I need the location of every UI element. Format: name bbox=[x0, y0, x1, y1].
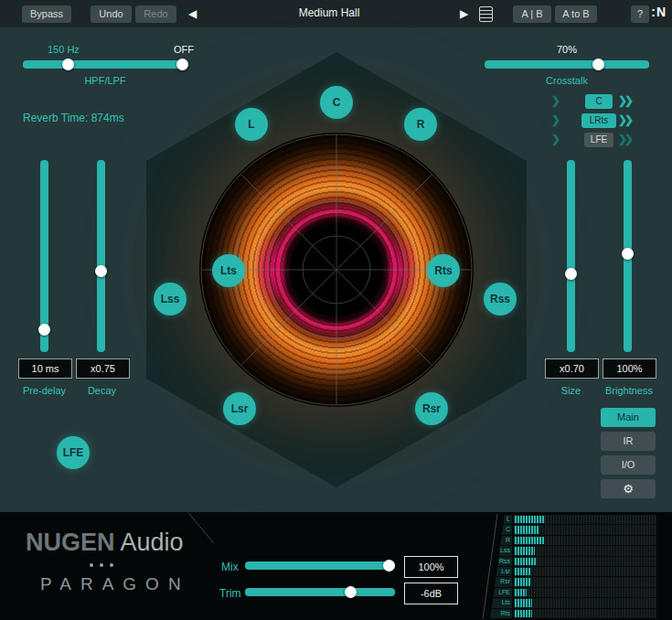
routing-in-chevron-icon[interactable]: ❯ bbox=[551, 133, 558, 145]
channel-node-rss[interactable]: Rss bbox=[484, 283, 517, 315]
decay-handle[interactable] bbox=[95, 265, 107, 277]
channel-node-lss[interactable]: Lss bbox=[154, 283, 187, 315]
hpf-lpf-slider[interactable] bbox=[23, 60, 187, 69]
meter-bar bbox=[514, 515, 656, 524]
help-button[interactable]: ? bbox=[631, 5, 649, 23]
routing-lrts-button[interactable]: LRts bbox=[581, 113, 616, 128]
meter-label: LFE bbox=[490, 588, 512, 597]
redo-button[interactable]: Redo bbox=[135, 5, 176, 23]
output-meters: L C R Lss Rss Lsr Rsr LFE Lts Rts bbox=[490, 515, 656, 618]
meter-row: Rsr bbox=[490, 577, 656, 586]
brightness-handle[interactable] bbox=[622, 248, 634, 260]
brightness-value[interactable]: 100% bbox=[603, 358, 656, 379]
settings-gear-icon[interactable]: ⚙ bbox=[601, 479, 656, 498]
mix-label: Mix bbox=[221, 561, 239, 573]
meter-label: C bbox=[490, 525, 512, 534]
trim-value[interactable]: -6dB bbox=[404, 583, 458, 604]
channel-node-l[interactable]: L bbox=[235, 108, 268, 141]
meter-row: LFE bbox=[490, 588, 656, 597]
meter-label: R bbox=[490, 536, 512, 545]
tab-io[interactable]: I/O bbox=[601, 455, 656, 475]
preset-list-icon[interactable] bbox=[479, 6, 493, 22]
meter-bar bbox=[514, 577, 656, 586]
meter-row: Lss bbox=[490, 546, 656, 555]
channel-node-c[interactable]: C bbox=[320, 86, 353, 119]
preset-next-icon[interactable]: ▶ bbox=[460, 6, 468, 21]
channel-node-rts[interactable]: Rts bbox=[427, 254, 460, 287]
routing-in-chevron-icon[interactable]: ❯ bbox=[551, 94, 558, 107]
crosstalk-handle[interactable] bbox=[592, 59, 604, 70]
hpf-lpf-label: HPF/LPF bbox=[23, 75, 187, 86]
predelay-handle[interactable] bbox=[38, 324, 50, 336]
meter-label: Rss bbox=[490, 557, 512, 566]
meter-label: Rsr bbox=[490, 577, 512, 586]
meter-bar bbox=[514, 546, 656, 555]
reverb-time-readout: Reverb Time: 874ms bbox=[23, 112, 124, 124]
meter-label: Rts bbox=[490, 609, 512, 618]
hpf-handle[interactable] bbox=[62, 59, 74, 70]
bypass-button[interactable]: Bypass bbox=[22, 5, 71, 23]
undo-button[interactable]: Undo bbox=[91, 5, 132, 23]
meter-label: Lts bbox=[490, 598, 512, 607]
preset-previous-icon[interactable]: ◀ bbox=[188, 6, 197, 21]
size-handle[interactable] bbox=[565, 268, 577, 280]
mix-handle[interactable] bbox=[383, 560, 395, 572]
routing-c-button[interactable]: C bbox=[585, 94, 613, 109]
mix-value[interactable]: 100% bbox=[404, 556, 458, 578]
decay-label: Decay bbox=[76, 385, 128, 396]
size-label: Size bbox=[545, 385, 597, 396]
predelay-value[interactable]: 10 ms bbox=[18, 358, 72, 379]
meter-label: Lss bbox=[490, 546, 512, 555]
product-name: PARAGON bbox=[40, 574, 190, 594]
predelay-label: Pre-delay bbox=[9, 385, 80, 396]
size-slider[interactable] bbox=[567, 160, 575, 352]
brand-primary: NUGEN bbox=[26, 529, 115, 556]
brand-secondary: Audio bbox=[121, 529, 184, 556]
paragon-plugin-window: Bypass Undo Redo ◀ Medium Hall ▶ A | B A… bbox=[0, 0, 672, 620]
routing-in-chevron-icon[interactable]: ❯ bbox=[551, 113, 558, 126]
tab-main[interactable]: Main bbox=[601, 408, 656, 427]
channel-node-lsr[interactable]: Lsr bbox=[223, 392, 256, 425]
meter-row: L bbox=[490, 515, 656, 524]
tab-ir[interactable]: IR bbox=[601, 432, 656, 451]
meter-row: C bbox=[490, 525, 656, 534]
meter-row: Lsr bbox=[490, 567, 656, 576]
footer-panel: NUGENAudio PARAGON Mix 100% Trim -6dB L … bbox=[0, 512, 672, 620]
size-value[interactable]: x0.70 bbox=[545, 358, 599, 379]
channel-node-r[interactable]: R bbox=[404, 108, 437, 141]
routing-out-chevron-icon[interactable]: ❯❯ bbox=[618, 94, 631, 107]
mix-slider[interactable] bbox=[245, 561, 395, 570]
decay-slider[interactable] bbox=[97, 160, 105, 352]
meter-bar bbox=[514, 536, 656, 545]
meter-row: Lts bbox=[490, 598, 656, 607]
crosstalk-value: 70% bbox=[485, 44, 649, 55]
routing-out-chevron-icon[interactable]: ❯❯ bbox=[618, 133, 631, 145]
ab-toggle-button[interactable]: A | B bbox=[513, 5, 551, 23]
crosstalk-slider[interactable] bbox=[485, 60, 649, 69]
brand-logo: NUGENAudio bbox=[26, 529, 184, 557]
meter-row: R bbox=[490, 536, 656, 545]
trim-slider[interactable] bbox=[245, 588, 395, 596]
hpf-value: 150 Hz bbox=[48, 44, 80, 55]
meter-bar bbox=[514, 588, 656, 597]
routing-out-chevron-icon[interactable]: ❯❯ bbox=[618, 113, 631, 126]
meter-bar bbox=[514, 557, 656, 566]
routing-lfe-button[interactable]: LFE bbox=[584, 133, 613, 147]
meter-bar bbox=[514, 609, 656, 618]
channel-node-lfe[interactable]: LFE bbox=[57, 436, 90, 469]
meter-bar bbox=[514, 598, 656, 607]
channel-node-lts[interactable]: Lts bbox=[212, 254, 245, 287]
lpf-handle[interactable] bbox=[176, 59, 188, 70]
logo-dots bbox=[90, 563, 113, 567]
trim-handle[interactable] bbox=[345, 586, 357, 598]
title-bar: Bypass Undo Redo ◀ Medium Hall ▶ A | B A… bbox=[0, 0, 672, 27]
preset-name[interactable]: Medium Hall bbox=[256, 6, 402, 19]
meter-label: L bbox=[490, 515, 512, 524]
a-to-b-button[interactable]: A to B bbox=[555, 5, 597, 23]
decay-value[interactable]: x0.75 bbox=[76, 358, 130, 379]
meter-bar bbox=[514, 567, 656, 576]
crosstalk-label: Crosstalk bbox=[485, 75, 649, 86]
channel-node-rsr[interactable]: Rsr bbox=[415, 392, 448, 425]
trim-label: Trim bbox=[219, 587, 241, 600]
meter-label: Lsr bbox=[490, 567, 512, 576]
